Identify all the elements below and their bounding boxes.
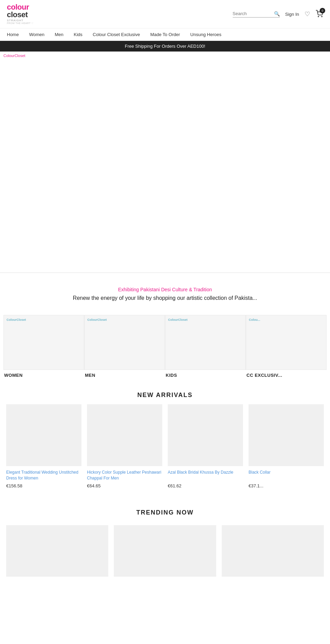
category-kids-image: ColourCloset [165, 315, 246, 370]
signin-link[interactable]: Sign In [285, 12, 299, 17]
product-price-1: €64.65 [87, 483, 162, 488]
category-women-label: WOMEN [3, 373, 23, 378]
category-kids[interactable]: ColourCloset KIDS [165, 315, 246, 378]
nav-women[interactable]: Women [29, 29, 45, 40]
category-men-image: ColourCloset [84, 315, 165, 370]
new-arrivals-title: NEW ARRIVALS [0, 385, 330, 404]
trending-card-0[interactable] [3, 525, 111, 577]
logo-sub: STRAIGHT [7, 19, 23, 22]
product-price-2: €61.62 [168, 483, 243, 488]
category-women-image: ColourCloset [3, 315, 84, 370]
trending-title: TRENDING NOW [3, 502, 327, 522]
svg-point-0 [318, 16, 319, 17]
category-cc-exclusive[interactable]: Colou... CC EXCLUSIV... [246, 315, 327, 378]
trending-section: TRENDING NOW [0, 499, 330, 580]
tagline-sub: Exhibiting Pakistani Desi Culture & Trad… [7, 287, 323, 292]
nav-home[interactable]: Home [7, 29, 19, 40]
product-image-2 [168, 404, 243, 466]
promo-banner: Free Shipping For Orders Over AED100! [0, 41, 330, 52]
search-box: 🔍 [233, 11, 280, 18]
nav-kids[interactable]: Kids [74, 29, 82, 40]
search-input[interactable] [233, 11, 274, 16]
logo-text: colour closet [7, 3, 29, 19]
wishlist-icon[interactable]: ♡ [305, 10, 310, 18]
product-price-0: €156.58 [6, 483, 81, 488]
trending-image-2 [222, 525, 324, 577]
product-image-3 [249, 404, 324, 466]
product-image-1 [87, 404, 162, 466]
breadcrumb: ColourCloset [0, 52, 330, 60]
cart-icon[interactable]: 0 [316, 10, 323, 19]
category-women-watermark: ColourCloset [7, 318, 26, 321]
tagline-main: Renew the energy of your life by shoppin… [7, 295, 323, 301]
header-right: 🔍 Sign In ♡ 0 [233, 10, 323, 19]
product-card-1[interactable]: Hickory Color Supple Leather Peshawari C… [84, 404, 165, 488]
product-card-0[interactable]: Elegant Traditional Wedding Unstitched D… [3, 404, 84, 488]
product-price-3: €37.1... [249, 483, 324, 488]
main-nav: Home Women Men Kids Colour Closet Exclus… [0, 29, 330, 41]
tagline-section: Exhibiting Pakistani Desi Culture & Trad… [0, 273, 330, 308]
category-men[interactable]: ColourCloset MEN [84, 315, 165, 378]
category-kids-watermark: ColourCloset [168, 318, 188, 321]
trending-image-0 [6, 525, 108, 577]
nav-colour-closet-exclusive[interactable]: Colour Closet Exclusive [93, 29, 140, 40]
category-cc-label: CC EXCLUSIV... [246, 373, 282, 378]
product-card-2[interactable]: Azal Black Bridal Khussa By Dazzle €61.6… [165, 404, 246, 488]
nav-made-to-order[interactable]: Made To Order [150, 29, 180, 40]
product-title-2: Azal Black Bridal Khussa By Dazzle [168, 470, 243, 481]
product-image-0 [6, 404, 81, 466]
category-grid: ColourCloset WOMEN ColourCloset MEN Colo… [0, 308, 330, 385]
category-men-label: MEN [84, 373, 95, 378]
category-cc-watermark: Colou... [249, 318, 260, 321]
new-arrivals-grid: Elegant Traditional Wedding Unstitched D… [0, 404, 330, 499]
logo-closet: closet [7, 10, 28, 19]
trending-card-2[interactable] [219, 525, 327, 577]
product-title-3: Black Collar [249, 470, 324, 481]
category-men-watermark: ColourCloset [87, 318, 107, 321]
product-card-3[interactable]: Black Collar €37.1... [246, 404, 327, 488]
category-women[interactable]: ColourCloset WOMEN [3, 315, 84, 378]
svg-point-1 [321, 16, 322, 17]
logo[interactable]: colour closet STRAIGHT FROM THE HEART ♡ [7, 3, 34, 25]
product-title-1: Hickory Color Supple Leather Peshawari C… [87, 470, 162, 481]
category-kids-label: KIDS [165, 373, 177, 378]
trending-image-1 [114, 525, 216, 577]
trending-card-1[interactable] [111, 525, 219, 577]
nav-unsung-heroes[interactable]: Unsung Heroes [190, 29, 221, 40]
header: colour closet STRAIGHT FROM THE HEART ♡ … [0, 0, 330, 29]
hero-section [0, 60, 330, 273]
search-button[interactable]: 🔍 [274, 11, 280, 16]
cart-badge: 0 [320, 8, 325, 13]
category-cc-image: Colou... [246, 315, 327, 370]
trending-grid [3, 522, 327, 580]
nav-men[interactable]: Men [55, 29, 63, 40]
logo-tagline: FROM THE HEART ♡ [7, 22, 34, 25]
product-title-0: Elegant Traditional Wedding Unstitched D… [6, 470, 81, 481]
